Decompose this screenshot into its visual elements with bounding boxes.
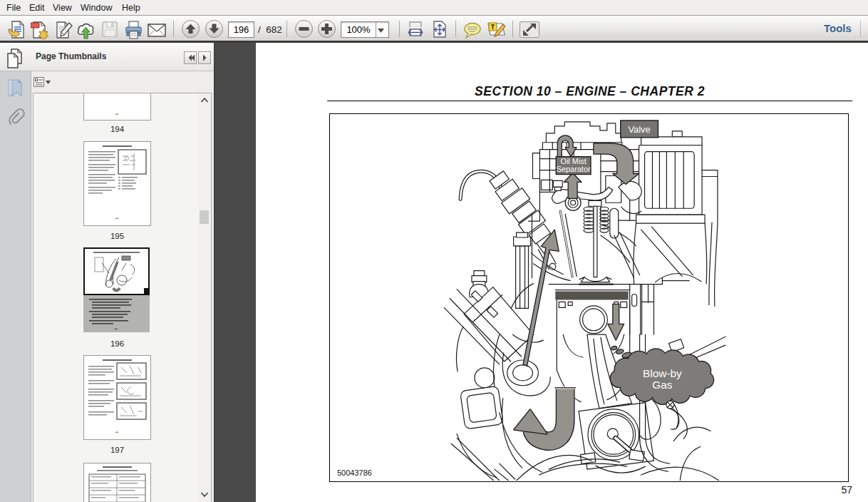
svg-text:Blow-by: Blow-by	[643, 367, 682, 379]
svg-text:Gas: Gas	[652, 379, 673, 391]
svg-text:Valve: Valve	[628, 124, 650, 135]
svg-text:Separator: Separator	[557, 165, 591, 173]
